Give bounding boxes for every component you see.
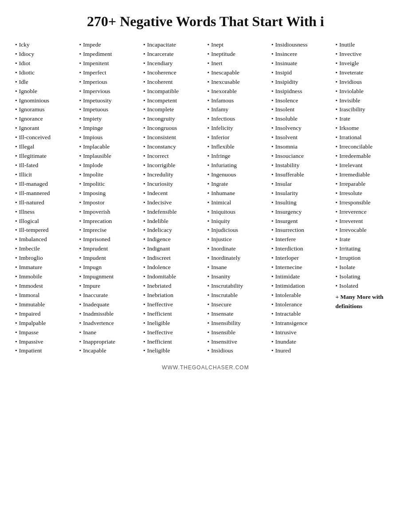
word-text: Insinuate [275,59,297,68]
word-text: Imprudent [83,244,108,254]
bullet-icon: • [271,198,274,207]
word-text: Inured [275,346,291,356]
bullet-icon: • [271,346,274,356]
word-text: Ineptitude [211,50,235,59]
word-item: •Insincere [271,50,332,59]
word-text: Incarcerate [147,50,174,59]
bullet-icon: • [336,133,338,142]
word-text: Intimidate [275,272,300,282]
bullet-icon: • [15,337,17,347]
word-item: •Insidious [207,346,268,356]
word-item: •Idiocy [15,50,76,59]
bullet-icon: • [79,291,82,300]
bullet-icon: • [15,170,17,180]
bullet-icon: • [79,244,82,254]
word-text: Ineffective [147,328,173,337]
word-text: Inadvertence [83,319,114,328]
bullet-icon: • [207,282,210,291]
bullet-icon: • [207,244,210,254]
word-text: Insurrection [275,226,304,235]
word-item: •Indecisive [143,198,204,207]
bullet-icon: • [271,217,274,226]
word-item: •Insinuate [271,59,332,68]
column-4: •Inept•Ineptitude•Inert•Inescapable•Inex… [206,40,270,356]
bullet-icon: • [207,291,210,300]
word-item: •Inferior [207,133,268,142]
word-text: Implacable [83,142,110,152]
bullet-icon: • [336,68,338,78]
word-item: •Insularity [271,189,332,198]
word-item: •Illegitimate [15,152,76,161]
word-item: •Indiscreet [143,254,204,263]
bullet-icon: • [143,87,145,96]
word-text: Inordinate [211,244,235,254]
word-text: Impalpable [19,319,46,328]
word-item: •Indignant [143,244,204,254]
bullet-icon: • [143,96,145,106]
word-item: •Insular [271,180,332,189]
word-text: Impoverish [83,207,110,217]
word-text: Invective [339,50,361,59]
bullet-icon: • [271,170,274,180]
word-item: •Imperfect [79,68,140,78]
bullet-icon: • [15,319,17,328]
word-text: Inordinately [211,254,240,263]
word-item: •Ingenuous [207,170,268,180]
bullet-icon: • [15,328,17,337]
bullet-icon: • [336,124,338,133]
word-text: Insensible [211,328,235,337]
bullet-icon: • [207,309,210,319]
word-item: •Implacable [79,142,140,152]
word-text: Indigence [147,235,171,244]
bullet-icon: • [15,68,17,78]
word-text: Insomnia [275,142,297,152]
bullet-icon: • [271,263,274,272]
word-item: •Incendiary [143,59,204,68]
bullet-icon: • [15,87,17,96]
word-item: •Intractable [271,309,332,319]
word-text: Ineligible [147,319,170,328]
bullet-icon: • [79,59,82,68]
word-item: •Ill-tempered [15,226,76,235]
column-3: •Incapacitate•Incarcerate•Incendiary•Inc… [141,40,206,356]
word-text: Ill-managed [19,180,48,189]
word-text: Incongruity [147,114,175,124]
word-item: •Idiot [15,59,76,68]
bullet-icon: • [336,254,338,263]
bullet-icon: • [207,105,210,114]
bullet-icon: • [79,133,82,142]
bullet-icon: • [336,78,338,87]
word-text: Insidiousness [275,40,308,50]
word-item: •Imprisoned [79,235,140,244]
word-item: •Imperious [79,78,140,87]
word-item: •Intransigence [271,319,332,328]
bullet-icon: • [15,59,17,68]
word-item: •Incredulity [143,170,204,180]
word-item: •Insoluble [271,114,332,124]
bullet-icon: • [336,59,338,68]
word-text: Impiety [83,114,102,124]
bullet-icon: • [79,309,82,319]
bullet-icon: • [143,59,145,68]
bullet-icon: • [15,291,17,300]
bullet-icon: • [336,198,338,207]
word-item: •Insurrection [271,226,332,235]
bullet-icon: • [207,272,210,282]
word-item: •Insouciance [271,152,332,161]
column-5: •Insidiousness•Insincere•Insinuate•Insip… [270,40,334,356]
bullet-icon: • [336,282,338,291]
bullet-icon: • [271,161,274,170]
bullet-icon: • [207,189,210,198]
bullet-icon: • [143,68,145,78]
bullet-icon: • [143,337,145,347]
word-text: Impatient [19,346,42,356]
word-item: •Incuriosity [143,180,204,189]
word-item: •Inadmissible [79,309,140,319]
bullet-icon: • [207,198,210,207]
bullet-icon: • [143,235,145,244]
word-text: Indecisive [147,198,172,207]
bullet-icon: • [79,114,82,124]
bullet-icon: • [143,114,145,124]
word-item: •Incorrect [143,152,204,161]
bullet-icon: • [143,133,145,142]
